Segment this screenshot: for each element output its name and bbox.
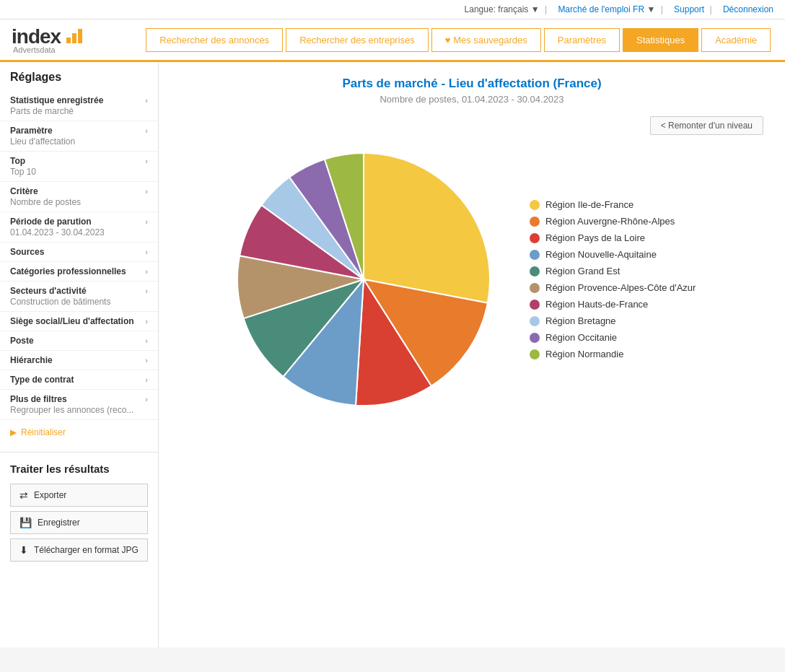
sidebar-item-statistique[interactable]: Statistique enregistrée › Parts de march…: [0, 91, 158, 121]
legend-color-dot: [530, 349, 540, 359]
arrow-icon: ›: [145, 336, 148, 345]
main-layout: Réglages Statistique enregistrée › Parts…: [0, 62, 785, 647]
legend-item: Région Grand Est: [530, 266, 717, 276]
legend-color-dot: [530, 333, 540, 343]
sidebar-item-plus-filtres[interactable]: Plus de filtres › Regrouper les annonces…: [0, 390, 158, 420]
sidebar-item-contrat[interactable]: Type de contrat ›: [0, 370, 158, 390]
legend-item: Région Occitanie: [530, 332, 717, 343]
arrow-icon: ›: [145, 248, 148, 256]
sidebar-item-categories[interactable]: Catégories professionnelles ›: [0, 262, 158, 282]
legend-label: Région Occitanie: [545, 332, 617, 343]
nav-mes-sauvegardes[interactable]: ♥ Mes sauvegardes: [431, 28, 541, 52]
sidebar-item-siege[interactable]: Siège social/Lieu d'affectation ›: [0, 312, 158, 331]
arrow-icon: ›: [145, 217, 148, 226]
legend-item: Région Ile-de-France: [530, 199, 717, 210]
export-icon: ⇄: [19, 489, 28, 501]
legend-item: Région Hauts-de-France: [530, 299, 717, 310]
save-icon: 💾: [19, 517, 32, 528]
reset-arrow-icon: ▶: [10, 427, 17, 437]
sidebar: Réglages Statistique enregistrée › Parts…: [0, 62, 159, 647]
top-bar: Langue: français ▼ | Marché de l'emploi …: [0, 0, 785, 19]
deconnexion-link[interactable]: Déconnexion: [723, 4, 773, 14]
legend-color-dot: [530, 200, 540, 210]
arrow-icon: ›: [145, 375, 148, 384]
langue-label: Langue: français: [465, 4, 529, 14]
chart-area: Région Ile-de-FranceRégion Auvergne-Rhôn…: [180, 142, 763, 416]
legend-item: Région Auvergne-Rhône-Alpes: [530, 216, 717, 227]
support-link[interactable]: Support: [674, 4, 704, 14]
download-icon: ⬇: [19, 544, 28, 556]
arrow-icon: ›: [145, 126, 148, 135]
legend-label: Région Ile-de-France: [545, 199, 633, 210]
chart-toolbar: < Remonter d'un niveau: [180, 116, 763, 135]
arrow-icon: ›: [145, 96, 148, 105]
langue-arrow: ▼: [531, 4, 540, 14]
pie-slice[interactable]: [364, 153, 490, 303]
arrow-icon: ›: [145, 187, 148, 196]
legend-item: Région Normandie: [530, 349, 717, 359]
legend-label: Région Auvergne-Rhône-Alpes: [545, 216, 675, 227]
logo-sub: Advertsdata: [13, 45, 82, 54]
pie-chart: [227, 142, 501, 416]
sidebar-item-parametre[interactable]: Paramètre › Lieu d'affectation: [0, 121, 158, 152]
legend-label: Région Grand Est: [545, 266, 620, 276]
marche-emploi-link[interactable]: Marché de l'emploi FR: [558, 4, 644, 14]
logo-text: index: [12, 25, 61, 48]
reinitialiser-link[interactable]: ▶ Réinitialiser: [0, 420, 158, 445]
exporter-button[interactable]: ⇄ Exporter: [10, 484, 148, 507]
legend-item: Région Provence-Alpes-Côte d'Azur: [530, 282, 717, 293]
chart-legend: Région Ile-de-FranceRégion Auvergne-Rhôn…: [530, 199, 717, 359]
nav-academie[interactable]: Académie: [701, 28, 771, 52]
arrow-icon: ›: [145, 157, 148, 165]
logo-icon: [66, 29, 82, 43]
legend-label: Région Bretagne: [545, 315, 616, 326]
telecharger-button[interactable]: ⬇ Télécharger en format JPG: [10, 538, 148, 562]
legend-label: Région Pays de la Loire: [545, 232, 645, 243]
legend-color-dot: [530, 250, 540, 260]
sidebar-item-top[interactable]: Top › Top 10: [0, 152, 158, 182]
legend-item: Région Nouvelle-Aquitaine: [530, 249, 717, 260]
header: index Advertsdata Rechercher des annonce…: [0, 19, 785, 62]
legend-color-dot: [530, 316, 540, 326]
legend-item: Région Bretagne: [530, 315, 717, 326]
arrow-icon: ›: [145, 287, 148, 295]
nav-rechercher-entreprises[interactable]: Rechercher des entreprises: [286, 28, 429, 52]
legend-label: Région Normandie: [545, 349, 623, 359]
sidebar-item-poste[interactable]: Poste ›: [0, 331, 158, 351]
arrow-icon: ›: [145, 356, 148, 365]
legend-color-dot: [530, 283, 540, 293]
legend-item: Région Pays de la Loire: [530, 232, 717, 243]
traiter-title: Traiter les résultats: [10, 463, 148, 475]
legend-label: Région Provence-Alpes-Côte d'Azur: [545, 282, 696, 293]
legend-color-dot: [530, 233, 540, 243]
chart-subtitle: Nombre de postes, 01.04.2023 - 30.04.202…: [180, 94, 763, 105]
nav-rechercher-annonces[interactable]: Rechercher des annonces: [146, 28, 283, 52]
legend-label: Région Nouvelle-Aquitaine: [545, 249, 657, 260]
sidebar-title: Réglages: [0, 71, 158, 91]
back-button[interactable]: < Remonter d'un niveau: [650, 116, 763, 135]
nav-statistiques[interactable]: Statistiques: [623, 28, 698, 52]
sidebar-item-secteurs[interactable]: Secteurs d'activité › Construction de bâ…: [0, 282, 158, 312]
arrow-icon: ›: [145, 317, 148, 326]
arrow-icon: ›: [145, 267, 148, 276]
legend-color-dot: [530, 217, 540, 227]
traiter-section: Traiter les résultats ⇄ Exporter 💾 Enreg…: [0, 452, 158, 576]
chart-title: Parts de marché - Lieu d'affectation (Fr…: [180, 77, 763, 91]
sidebar-item-hierarchie[interactable]: Hiérarchie ›: [0, 351, 158, 370]
legend-label: Région Hauts-de-France: [545, 299, 648, 310]
nav-parametres[interactable]: Paramètres: [544, 28, 620, 52]
sidebar-item-critere[interactable]: Critère › Nombre de postes: [0, 182, 158, 212]
logo[interactable]: index Advertsdata: [12, 25, 82, 54]
legend-color-dot: [530, 266, 540, 276]
content-area: Parts de marché - Lieu d'affectation (Fr…: [159, 62, 785, 647]
arrow-icon: ›: [145, 395, 148, 403]
marche-arrow: ▼: [646, 4, 655, 14]
sidebar-item-periode[interactable]: Période de parution › 01.04.2023 - 30.04…: [0, 212, 158, 243]
sidebar-item-sources[interactable]: Sources ›: [0, 243, 158, 262]
main-nav: Rechercher des annonces Rechercher des e…: [146, 28, 773, 52]
enregistrer-button[interactable]: 💾 Enregistrer: [10, 511, 148, 534]
legend-color-dot: [530, 300, 540, 310]
